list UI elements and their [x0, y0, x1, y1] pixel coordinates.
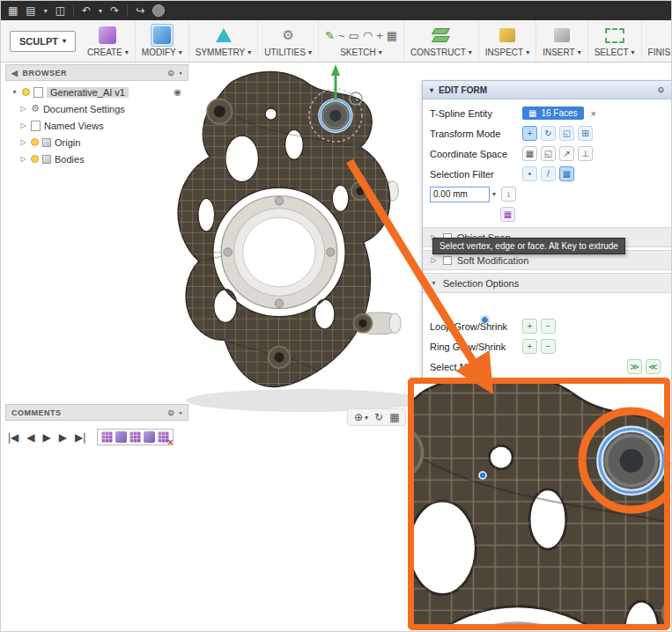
- select-previous-icon[interactable]: ≪: [646, 359, 661, 374]
- expander-open-icon[interactable]: ▾: [11, 88, 18, 96]
- create-icon[interactable]: [99, 26, 116, 44]
- form-feature-icon[interactable]: [144, 431, 155, 443]
- multi-mode-icon[interactable]: ⊞: [578, 126, 593, 141]
- expander-icon[interactable]: ▷: [19, 121, 27, 129]
- arc-icon[interactable]: ◠: [363, 29, 373, 42]
- step-back-icon[interactable]: ◀: [26, 431, 34, 444]
- tspline-selection-badge[interactable]: ▦ 16 Faces: [522, 107, 584, 120]
- symmetry-icon[interactable]: [216, 28, 232, 42]
- toolbar-group-finish-form[interactable]: FINISH FORM▾: [642, 20, 672, 62]
- panel-dot-icon[interactable]: ⊙: [167, 69, 174, 77]
- scale-mode-icon[interactable]: ◱: [559, 126, 574, 141]
- view-space-icon[interactable]: ↗: [559, 146, 574, 161]
- tree-item-bodies[interactable]: ▷ Bodies: [5, 151, 188, 167]
- selection-set-icon[interactable]: ▦: [500, 207, 515, 222]
- step-forward-icon[interactable]: ▶: [59, 431, 67, 444]
- rotate-mode-icon[interactable]: ↻: [541, 126, 556, 141]
- capture-position-icon[interactable]: ◉: [174, 87, 181, 97]
- document-name[interactable]: Generative_AI v1: [47, 87, 129, 98]
- panel-pin-icon[interactable]: ▪: [179, 408, 182, 417]
- form-feature-icon[interactable]: [129, 431, 141, 443]
- browser-header[interactable]: ◀ BROWSER ⊙ ▪: [5, 64, 188, 81]
- toolbar-group-construct[interactable]: CONSTRUCT▾: [404, 20, 479, 62]
- play-icon[interactable]: ▶: [43, 431, 51, 444]
- expander-icon[interactable]: ▷: [19, 155, 27, 163]
- app-grid-icon[interactable]: ▦: [8, 5, 18, 16]
- vertex-filter-icon[interactable]: •: [522, 166, 537, 181]
- form-feature-icon[interactable]: [115, 431, 127, 443]
- expander-icon[interactable]: ▷: [19, 105, 27, 113]
- select-marquee-icon[interactable]: [605, 28, 624, 43]
- create-sketch-icon[interactable]: ✎: [325, 29, 335, 42]
- panel-pin-icon[interactable]: ▪: [179, 69, 182, 77]
- face-filter-icon[interactable]: ▦: [559, 166, 574, 181]
- select-next-icon[interactable]: ≫: [627, 359, 642, 374]
- failed-feature-icon[interactable]: ×: [158, 431, 169, 443]
- flip-direction-icon[interactable]: ↕: [501, 187, 516, 202]
- insert-icon[interactable]: [554, 28, 570, 42]
- file-menu-icon[interactable]: ▤: [26, 5, 35, 16]
- toolbar-group-insert[interactable]: INSERT▾: [536, 20, 588, 62]
- chevron-down-icon[interactable]: ▾: [492, 190, 496, 198]
- toolbar-group-select[interactable]: SELECT▾: [588, 20, 642, 62]
- toolbar-group-modify[interactable]: MODIFY▾: [136, 20, 189, 62]
- loop-shrink-icon[interactable]: −: [541, 319, 556, 334]
- toolbar-group-create[interactable]: CREATE▾: [81, 20, 136, 62]
- toolbar-group-inspect[interactable]: INSPECT▾: [479, 20, 536, 62]
- visibility-bulb-icon[interactable]: [31, 138, 39, 146]
- loop-grow-icon[interactable]: +: [522, 319, 537, 334]
- tree-item-document-settings[interactable]: ▷ ⚙ Document Settings: [5, 100, 188, 117]
- visibility-bulb-icon[interactable]: [22, 88, 30, 96]
- redo-icon[interactable]: ↷: [110, 5, 119, 16]
- toolbar-group-utilities[interactable]: ⚙ UTILITIES▾: [258, 20, 319, 62]
- toolbar-group-symmetry[interactable]: SYMMETRY▾: [189, 20, 259, 62]
- edge-filter-icon[interactable]: /: [541, 166, 556, 181]
- zoom-fit-icon[interactable]: ⊕▾: [354, 411, 368, 423]
- normal-space-icon[interactable]: ⊥: [578, 146, 593, 161]
- translate-mode-icon[interactable]: +: [522, 126, 537, 141]
- save-icon[interactable]: ◫: [55, 5, 65, 16]
- share-icon[interactable]: ↪: [136, 5, 144, 16]
- panel-dot-icon[interactable]: ⊙: [657, 85, 664, 94]
- selection-options-section[interactable]: ▾ Selection Options: [423, 273, 671, 293]
- canvas-icon[interactable]: ▦: [387, 29, 397, 42]
- row-label: Selection Filter: [430, 169, 522, 180]
- rectangle-icon[interactable]: ▭: [348, 29, 358, 42]
- go-to-start-icon[interactable]: |◀: [8, 431, 18, 444]
- comments-header[interactable]: COMMENTS ⊙ ▪: [5, 404, 188, 421]
- toolbar-group-sketch[interactable]: ✎ ~ ▭ ◠ + ▦ SKETCH▾: [319, 20, 404, 62]
- construct-plane-icon[interactable]: [433, 28, 448, 42]
- ring-grow-shrink-row: Ring Grow/Shrink + −: [423, 336, 671, 356]
- utilities-icon[interactable]: ⚙: [282, 27, 293, 43]
- measure-icon[interactable]: [499, 28, 515, 42]
- form-feature-icon[interactable]: [101, 431, 113, 443]
- pan-icon[interactable]: ▦: [389, 411, 399, 423]
- modify-icon[interactable]: [153, 26, 171, 44]
- panel-dot-icon[interactable]: ⊙: [167, 408, 174, 417]
- point-icon[interactable]: +: [376, 29, 383, 42]
- expander-icon[interactable]: ▷: [19, 138, 27, 146]
- workspace-selector[interactable]: SCULPT ▾: [10, 31, 76, 52]
- tree-item-origin[interactable]: ▷ Origin: [5, 134, 188, 151]
- edit-form-header[interactable]: ▾ EDIT FORM ⊙: [423, 81, 671, 99]
- tree-root-row[interactable]: ▾ Generative_AI v1 ◉: [5, 84, 188, 100]
- world-space-icon[interactable]: ▦: [522, 146, 537, 161]
- ring-grow-icon[interactable]: +: [522, 339, 537, 354]
- spline-icon[interactable]: ~: [338, 29, 345, 42]
- clear-selection-button[interactable]: ×: [591, 108, 596, 119]
- expander-icon[interactable]: ▷: [430, 256, 438, 264]
- visibility-bulb-icon[interactable]: [31, 155, 39, 163]
- translate-arrow-handle[interactable]: [331, 64, 340, 76]
- user-avatar[interactable]: [152, 4, 165, 17]
- expander-open-icon[interactable]: ▾: [430, 279, 438, 287]
- undo-icon[interactable]: ↶: [82, 5, 91, 16]
- tree-item-named-views[interactable]: ▷ Named Views: [5, 117, 188, 134]
- distance-input[interactable]: [430, 187, 490, 202]
- collapse-panel-icon[interactable]: ◀: [11, 69, 18, 77]
- orbit-icon[interactable]: ↻: [374, 411, 383, 423]
- local-space-icon[interactable]: ◱: [541, 146, 556, 161]
- collapse-icon[interactable]: ▾: [430, 86, 433, 94]
- ring-shrink-icon[interactable]: −: [541, 339, 556, 354]
- soft-modification-checkbox[interactable]: [443, 256, 452, 265]
- go-to-end-icon[interactable]: ▶|: [75, 431, 85, 444]
